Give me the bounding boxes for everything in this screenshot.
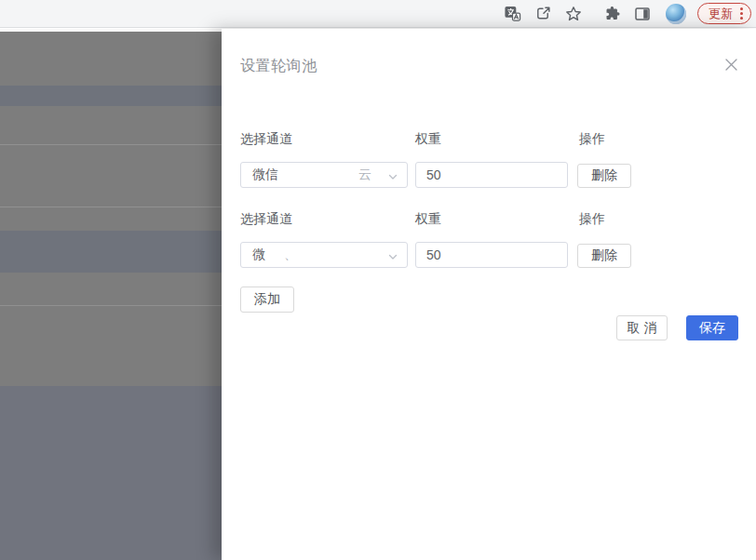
add-button[interactable]: 添加 (240, 287, 294, 313)
side-panel-icon[interactable] (633, 5, 652, 23)
channel-label: 选择通道 (240, 131, 292, 148)
weight-input[interactable] (415, 162, 568, 188)
dimmed-table-row-highlight (0, 231, 222, 273)
redacted-text: 云 (278, 167, 371, 183)
weight-label: 权重 (415, 131, 441, 148)
action-label: 操作 (579, 211, 605, 228)
update-button[interactable]: 更新 (697, 3, 751, 24)
translate-icon[interactable] (503, 5, 521, 23)
channel-select[interactable]: 微、 (240, 242, 408, 268)
browser-toolbar: 更新 (0, 0, 756, 28)
drawer-title: 设置轮询池 (240, 57, 317, 76)
channel-select-value: 微 (252, 247, 265, 263)
cancel-button[interactable]: 取 消 (616, 315, 668, 340)
dimmed-table-divider (0, 305, 222, 306)
channel-select-value: 微信 (252, 167, 278, 183)
profile-avatar[interactable] (666, 4, 686, 24)
weight-input[interactable] (415, 242, 568, 268)
channel-label: 选择通道 (240, 211, 292, 228)
weight-label: 权重 (415, 211, 441, 228)
delete-button[interactable]: 删除 (577, 244, 631, 268)
kebab-menu-icon[interactable] (739, 6, 744, 21)
page-top-strip (0, 29, 222, 32)
chevron-down-icon (387, 170, 398, 185)
action-label: 操作 (579, 131, 605, 148)
update-button-label: 更新 (709, 7, 733, 20)
bookmark-star-icon[interactable] (564, 5, 583, 23)
save-button[interactable]: 保存 (686, 315, 738, 340)
close-icon (724, 58, 738, 72)
delete-button[interactable]: 删除 (577, 164, 631, 188)
channel-select[interactable]: 微信云 (240, 162, 408, 188)
dimmed-table-divider (0, 207, 222, 207)
share-icon[interactable] (533, 5, 552, 23)
redacted-text: 、 (265, 247, 297, 263)
dimmed-page-footer-area (0, 386, 222, 560)
page-content: 设置轮询池 选择通道 权重 操作 微信云 删除 选择通道 权重 操作 微、 (0, 29, 756, 560)
dimmed-table-row-highlight (0, 86, 222, 106)
settings-drawer: 设置轮询池 选择通道 权重 操作 微信云 删除 选择通道 权重 操作 微、 (222, 29, 756, 560)
extensions-icon[interactable] (602, 5, 621, 23)
dimmed-table-divider (0, 144, 222, 145)
drawer-mask-overlay[interactable] (0, 29, 222, 560)
chevron-down-icon (387, 250, 398, 265)
close-button[interactable] (723, 57, 738, 72)
